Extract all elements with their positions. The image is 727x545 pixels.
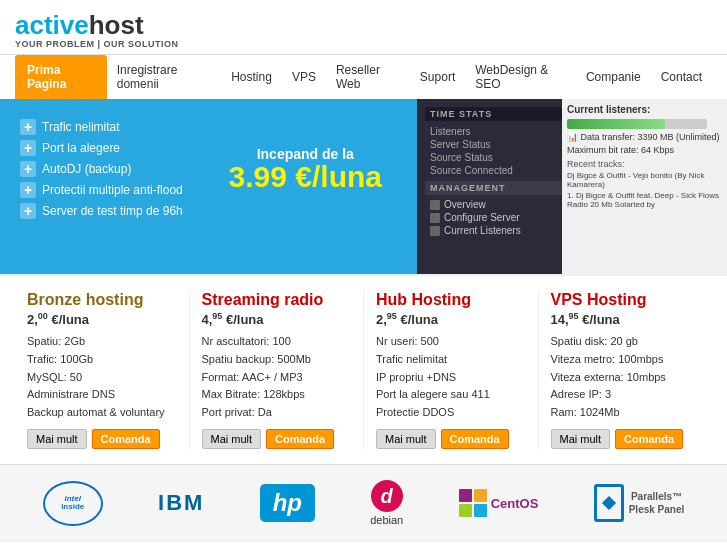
hub-price: 2,95 €/luna bbox=[376, 311, 526, 327]
progress-bar bbox=[567, 119, 707, 129]
nav-companie[interactable]: Companie bbox=[576, 62, 651, 92]
hub-order-button[interactable]: Comanda bbox=[441, 429, 509, 449]
main-nav: Prima Pagina Inregistrare domenii Hostin… bbox=[0, 54, 727, 99]
recent-track-1: Dj Bigce & Outfit - Vejo bonito (By Nick… bbox=[567, 171, 722, 189]
nav-webdesign[interactable]: WebDesign & SEO bbox=[465, 55, 576, 99]
data-transfer: 📊 Data transfer: 3390 MB (Unlimited) bbox=[567, 132, 722, 142]
logo-active: active bbox=[15, 10, 89, 41]
logo-intel: intel inside bbox=[43, 481, 103, 526]
streaming-title: Streaming radio bbox=[202, 291, 352, 309]
logo-ibm: IBM bbox=[158, 490, 204, 516]
recent-tracks-title: Recent tracks: bbox=[567, 159, 722, 169]
stat-listeners-label: Listeners bbox=[430, 126, 471, 137]
logo-parallels: Parallels™Plesk Panel bbox=[594, 484, 685, 522]
hero-section: + Trafic nelimitat + Port la alegere + A… bbox=[0, 99, 727, 274]
bronze-order-button[interactable]: Comanda bbox=[92, 429, 160, 449]
hub-title: Hub Hosting bbox=[376, 291, 526, 309]
nav-contact[interactable]: Contact bbox=[651, 62, 712, 92]
hero-price-amount: 3.99 €/luna bbox=[229, 162, 382, 192]
plus-icon: + bbox=[20, 161, 36, 177]
mgmt-overview-icon bbox=[430, 200, 440, 210]
bronze-more-button[interactable]: Mai mult bbox=[27, 429, 87, 449]
footer: Preturile afisate mai sus sunt exprimate… bbox=[0, 541, 727, 545]
logos-section: intel inside IBM hp d debian CentOS bbox=[0, 464, 727, 541]
packages-section: Bronze hosting 2,00 €/luna Spatiu: 2Gb T… bbox=[0, 274, 727, 464]
vps-price: 14,95 €/luna bbox=[551, 311, 701, 327]
hero-left: + Trafic nelimitat + Port la alegere + A… bbox=[0, 99, 417, 274]
bronze-price: 2,00 €/luna bbox=[27, 311, 177, 327]
logo-centos: CentOS bbox=[459, 489, 539, 517]
logo-tagline: YOUR PROBLEM | OUR SOLUTION bbox=[15, 39, 179, 49]
vps-more-button[interactable]: Mai mult bbox=[551, 429, 611, 449]
streaming-features: Nr ascultatori: 100 Spatiu backup: 500Mb… bbox=[202, 333, 352, 421]
stat-server-label: Server Status bbox=[430, 139, 491, 150]
header: activehost YOUR PROBLEM | OUR SOLUTION bbox=[0, 0, 727, 54]
feature-autodj: + AutoDJ (backup) bbox=[20, 161, 214, 177]
package-streaming: Streaming radio 4,95 €/luna Nr ascultato… bbox=[190, 291, 365, 449]
stat-connected-label: Source Connected bbox=[430, 165, 513, 176]
nav-hosting[interactable]: Hosting bbox=[221, 62, 282, 92]
recent-track-2: 1. Dj Bigce & Outfit feat. Deep - Sick F… bbox=[567, 191, 722, 209]
bronze-title: Bronze hosting bbox=[27, 291, 177, 309]
package-hub: Hub Hosting 2,95 €/luna Nr useri: 500 Tr… bbox=[364, 291, 539, 449]
vps-title: VPS Hosting bbox=[551, 291, 701, 309]
nav-vps[interactable]: VPS bbox=[282, 62, 326, 92]
package-bronze: Bronze hosting 2,00 €/luna Spatiu: 2Gb T… bbox=[15, 291, 190, 449]
mgmt-listeners-icon bbox=[430, 226, 440, 236]
hub-more-button[interactable]: Mai mult bbox=[376, 429, 436, 449]
hero-right: TIME STATS Listeners 444 Server Status O… bbox=[417, 99, 727, 274]
nav-inregistrare[interactable]: Inregistrare domenii bbox=[107, 55, 221, 99]
streaming-more-button[interactable]: Mai mult bbox=[202, 429, 262, 449]
plus-icon: + bbox=[20, 203, 36, 219]
vps-order-button[interactable]: Comanda bbox=[615, 429, 683, 449]
nav-reseller[interactable]: Reseller Web bbox=[326, 55, 410, 99]
nav-prima-pagina[interactable]: Prima Pagina bbox=[15, 55, 107, 99]
feature-server: + Server de test timp de 96h bbox=[20, 203, 214, 219]
package-vps: VPS Hosting 14,95 €/luna Spatiu disk: 20… bbox=[539, 291, 713, 449]
hub-actions: Mai mult Comanda bbox=[376, 429, 526, 449]
logo-hp: hp bbox=[260, 484, 315, 522]
mgmt-configure-icon bbox=[430, 213, 440, 223]
hub-features: Nr useri: 500 Trafic nelimitat IP propri… bbox=[376, 333, 526, 421]
feature-protectii: + Protectii multiple anti-flood bbox=[20, 182, 214, 198]
streaming-price: 4,95 €/luna bbox=[202, 311, 352, 327]
max-bitrate: Maximum bit rate: 64 Kbps bbox=[567, 145, 722, 155]
plus-icon: + bbox=[20, 140, 36, 156]
listeners-title: Current listeners: bbox=[567, 104, 722, 115]
nav-suport[interactable]: Suport bbox=[410, 62, 465, 92]
logo-host: host bbox=[89, 10, 144, 41]
feature-port: + Port la alegere bbox=[20, 140, 214, 156]
bronze-features: Spatiu: 2Gb Trafic: 100Gb MySQL: 50 Admi… bbox=[27, 333, 177, 421]
plus-icon: + bbox=[20, 119, 36, 135]
hero-features-list: + Trafic nelimitat + Port la alegere + A… bbox=[20, 119, 214, 219]
feature-trafic: + Trafic nelimitat bbox=[20, 119, 214, 135]
streaming-actions: Mai mult Comanda bbox=[202, 429, 352, 449]
vps-features: Spatiu disk: 20 gb Viteza metro: 100mbps… bbox=[551, 333, 701, 421]
vps-actions: Mai mult Comanda bbox=[551, 429, 701, 449]
logo: activehost YOUR PROBLEM | OUR SOLUTION bbox=[15, 10, 179, 49]
logo-debian: d debian bbox=[370, 480, 403, 526]
plus-icon: + bbox=[20, 182, 36, 198]
bronze-actions: Mai mult Comanda bbox=[27, 429, 177, 449]
listeners-panel: Current listeners: 📊 Data transfer: 3390… bbox=[562, 99, 727, 274]
stat-source-label: Source Status bbox=[430, 152, 493, 163]
streaming-order-button[interactable]: Comanda bbox=[266, 429, 334, 449]
